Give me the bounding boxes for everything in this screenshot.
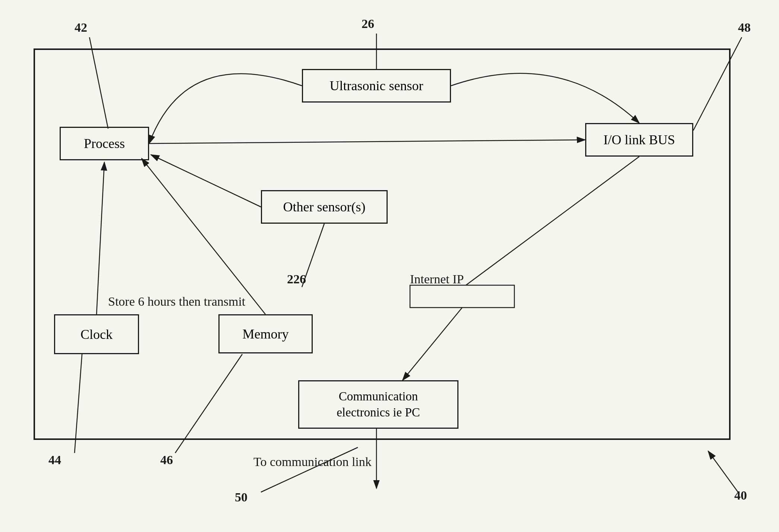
comm-electronics-box: Communication electronics ie PC xyxy=(298,380,458,429)
ref-50: 50 xyxy=(235,490,247,504)
ref-46: 46 xyxy=(160,453,173,467)
memory-label: Memory xyxy=(243,326,289,342)
svg-line-17 xyxy=(708,451,738,492)
internet-ip-label: Internet IP xyxy=(410,272,464,286)
other-sensors-box: Other sensor(s) xyxy=(261,190,388,224)
clock-label: Clock xyxy=(81,327,113,342)
other-sensors-label: Other sensor(s) xyxy=(283,199,366,215)
process-label: Process xyxy=(84,136,125,151)
ref-48: 48 xyxy=(738,21,751,35)
comm-electronics-label: Communication electronics ie PC xyxy=(337,388,420,421)
io-link-bus-box: I/O link BUS xyxy=(585,123,693,157)
ref-44: 44 xyxy=(48,453,61,467)
svg-line-16 xyxy=(261,447,358,492)
ultrasonic-sensor-label: Ultrasonic sensor xyxy=(330,78,423,94)
ref-26: 26 xyxy=(362,17,374,31)
process-box: Process xyxy=(60,127,149,160)
ref-42: 42 xyxy=(75,21,87,35)
io-link-bus-label: I/O link BUS xyxy=(603,132,675,148)
ref-226: 226 xyxy=(287,272,306,286)
ultrasonic-sensor-box: Ultrasonic sensor xyxy=(302,69,451,103)
clock-box: Clock xyxy=(54,314,139,354)
memory-box: Memory xyxy=(218,314,313,353)
ref-40: 40 xyxy=(734,488,747,503)
to-comm-link-label: To communication link xyxy=(253,455,372,469)
diagram-page: 42 26 48 44 46 226 50 40 Ultrasonic sens… xyxy=(0,0,779,532)
store-hours-label: Store 6 hours then transmit xyxy=(108,295,245,309)
